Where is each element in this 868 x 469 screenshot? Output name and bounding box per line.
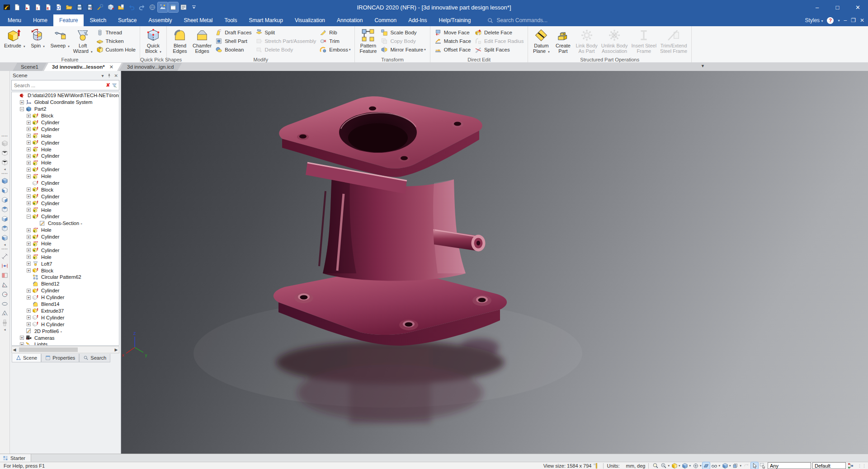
tree-item-block[interactable]: +Block <box>12 186 119 193</box>
measure-distance-icon[interactable] <box>0 252 9 261</box>
panel-tab-scene[interactable]: Scene <box>12 354 41 362</box>
view-left-icon[interactable] <box>0 205 9 214</box>
scroll-right-icon[interactable]: ▶ <box>113 347 119 352</box>
tree-item-blend12[interactable]: Blend12 <box>12 281 119 287</box>
expand-icon[interactable]: + <box>27 141 31 145</box>
collapse-arrow-icon[interactable]: ◂ <box>4 328 5 332</box>
ribbon-scale-body-button[interactable]: Scale Body <box>379 28 427 37</box>
menu-tab-add-ins[interactable]: Add-Ins <box>402 14 433 26</box>
ellipse-measure-icon[interactable] <box>0 300 9 308</box>
tree-item-hole[interactable]: +Hole <box>12 240 119 247</box>
tree-item-h-cylinder[interactable]: +H Cylinder <box>12 314 119 321</box>
tree-item-hole[interactable]: +Hole <box>12 253 119 260</box>
undo-icon[interactable] <box>127 2 137 12</box>
ribbon-datum-plane-button[interactable]: DatumPlane ▾ <box>530 27 552 56</box>
tree-item-part2[interactable]: −Part2 <box>12 106 119 113</box>
expand-icon[interactable]: + <box>27 208 31 212</box>
configuration-select[interactable]: Default <box>812 462 846 469</box>
expand-icon[interactable]: + <box>27 161 31 165</box>
menu-tab-surface[interactable]: Surface <box>112 14 142 26</box>
document-tab-3[interactable]: 3d innovativ...ign.icd <box>119 63 182 71</box>
structure-tree-icon[interactable] <box>847 462 854 469</box>
expand-icon[interactable]: + <box>27 134 31 138</box>
tree-item-extrude37[interactable]: +Extrude37 <box>12 308 119 314</box>
tree-item-loft7[interactable]: +Loft7 <box>12 260 119 267</box>
ribbon-shell-part-button[interactable]: Shell Part <box>213 37 253 45</box>
expand-icon[interactable]: + <box>27 174 31 178</box>
close-button[interactable]: ✕ <box>848 0 868 14</box>
tree-item-hole[interactable]: +Hole <box>12 159 119 166</box>
visibility-glasses-icon[interactable]: ▾ <box>711 462 721 469</box>
tree-item-hole[interactable]: +Hole <box>12 206 119 213</box>
grip-dots[interactable]: •••• <box>2 172 8 176</box>
tab-overflow-icon[interactable]: ▼ <box>701 64 705 68</box>
panel-tab-search[interactable]: Search <box>79 354 110 362</box>
ribbon-delete-face-button[interactable]: Delete Face <box>473 28 526 37</box>
collapse-arrow-icon[interactable]: ◂ <box>4 243 5 247</box>
expand-icon[interactable]: + <box>27 289 31 293</box>
grip-dots[interactable]: •••• <box>2 247 8 252</box>
ribbon-pattern-feature-button[interactable]: PatternFeature <box>357 27 379 56</box>
ribbon-quick-block-button[interactable]: QuickBlock ▾ <box>142 27 164 56</box>
document-tab-2[interactable]: 3d innovativ...lesson*✕ <box>44 63 122 71</box>
tree-item-block[interactable]: +Block <box>12 267 119 274</box>
tree-item-hole[interactable]: +Hole <box>12 173 119 180</box>
tree-item-block[interactable]: +Block <box>12 113 119 119</box>
scroll-thumb[interactable] <box>19 347 78 352</box>
zoom-window-icon[interactable] <box>652 462 659 469</box>
ruler-icon[interactable] <box>593 462 600 469</box>
grip-dots[interactable]: •••• <box>2 134 8 139</box>
design-tools-icon[interactable] <box>95 2 105 12</box>
ribbon-move-face-button[interactable]: Move Face <box>433 28 473 37</box>
view-back-icon[interactable] <box>0 196 9 204</box>
command-search[interactable]: Search Commands... <box>487 14 547 26</box>
expand-icon[interactable]: + <box>27 248 31 252</box>
ribbon-thicken-button[interactable]: Thicken <box>94 37 137 45</box>
export-icon[interactable]: E <box>43 2 53 12</box>
menu-tab-smart-markup[interactable]: Smart Markup <box>243 14 289 26</box>
expand-icon[interactable]: + <box>27 309 31 313</box>
ribbon-trim-button[interactable]: Trim <box>318 37 352 45</box>
ribbon-split-faces-button[interactable]: Split Faces <box>473 45 526 54</box>
menu-tab-assembly[interactable]: Assembly <box>142 14 178 26</box>
minimize-button[interactable]: – <box>807 0 827 14</box>
status-units-value[interactable]: mm, deg <box>626 463 646 469</box>
expand-icon[interactable]: + <box>27 315 31 319</box>
filter-icon[interactable] <box>112 83 119 88</box>
view-bottom-icon[interactable] <box>0 234 9 242</box>
tree-item-cylinder[interactable]: +Cylinder <box>12 247 119 253</box>
tree-item-hole[interactable]: +Hole <box>12 132 119 139</box>
menu-tab-sheet-metal[interactable]: Sheet Metal <box>178 14 218 26</box>
menu-tab-help-training[interactable]: Help/Training <box>433 14 476 26</box>
menu-tab-tools[interactable]: Tools <box>219 14 243 26</box>
customize-list-icon[interactable] <box>179 2 189 12</box>
scroll-left-icon[interactable]: ◀ <box>12 347 17 352</box>
expand-icon[interactable]: + <box>27 201 31 205</box>
tree-item-blend14[interactable]: Blend14 <box>12 301 119 308</box>
ribbon-loft-wizard-button[interactable]: LoftWizard ▾ <box>71 27 94 56</box>
menu-tab-menu[interactable]: Menu <box>2 14 27 26</box>
qat-overflow-icon[interactable] <box>189 2 199 12</box>
ribbon-mirror-feature-button[interactable]: Mirror Feature▾ <box>379 45 427 54</box>
ribbon-custom-hole-button[interactable]: Custom Hole <box>94 45 137 54</box>
circle-measure-icon[interactable] <box>0 290 9 299</box>
help-icon[interactable]: ? <box>827 17 834 24</box>
app-logo[interactable] <box>2 2 12 12</box>
zoom-select-icon[interactable]: ▾ <box>660 462 670 469</box>
render-wireframe-icon[interactable] <box>0 158 9 167</box>
expand-icon[interactable]: + <box>20 100 24 104</box>
menu-tab-feature[interactable]: Feature <box>53 14 84 26</box>
tree-item-cylinder[interactable]: Cylinder <box>12 180 119 187</box>
menu-tab-home[interactable]: Home <box>27 14 53 26</box>
panel-close-icon[interactable]: ✕ <box>114 73 118 78</box>
expand-icon[interactable]: + <box>27 188 31 192</box>
doc-restore-button[interactable]: ❐ <box>851 17 856 23</box>
save-icon[interactable] <box>75 2 85 12</box>
tree-item-circular-pattern62[interactable]: Circular Pattern62 <box>12 274 119 281</box>
ribbon-rib-button[interactable]: Rib <box>318 28 352 37</box>
render-hidden-line-icon[interactable] <box>0 149 9 157</box>
print-preview-icon[interactable] <box>54 2 64 12</box>
expand-icon[interactable]: + <box>27 235 31 239</box>
expand-icon[interactable]: + <box>20 342 24 346</box>
tree-item-d-data-2019-new-word-tech-net-ironcad-lessons[interactable]: D:\data\2019 NEW\Word\TECH-NET\Ironcad L… <box>12 92 119 99</box>
